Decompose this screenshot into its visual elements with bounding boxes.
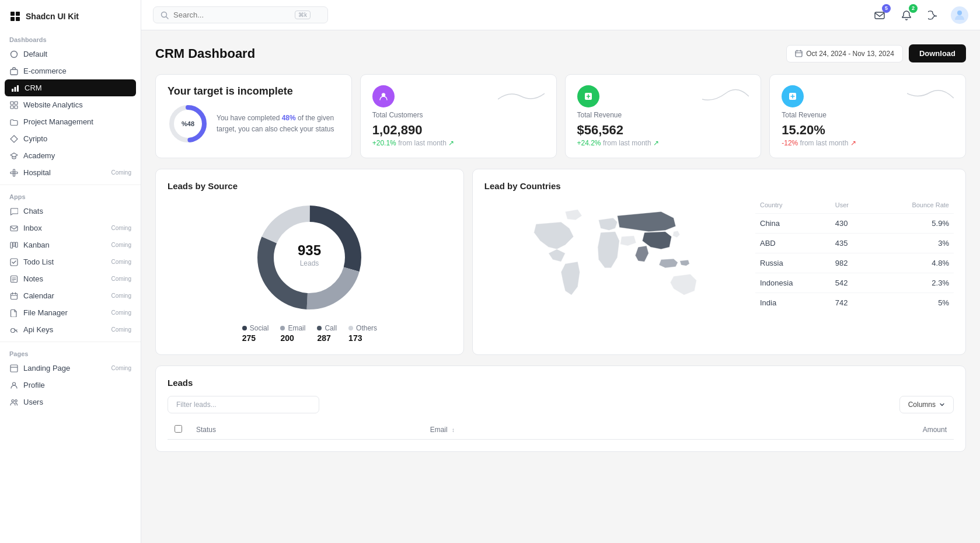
country-row-abd: ABD4353% (755, 234, 954, 253)
revenue-change: +24.2% from last month ↗ (577, 139, 749, 147)
shop-icon (9, 67, 18, 75)
svg-point-26 (12, 399, 14, 402)
target-body: %48 You have completed 48% of the given … (168, 103, 340, 144)
svg-rect-7 (14, 87, 16, 92)
circle-icon (9, 50, 18, 58)
target-description: You have completed 48% of the given targ… (217, 113, 340, 135)
sidebar-label-todo: Todo List (23, 257, 54, 266)
sidebar-label-hospital: Hospital (23, 168, 51, 177)
page-title: CRM Dashboard (155, 46, 255, 61)
col-amount: Amount (690, 420, 954, 440)
revenue2-icon (782, 85, 804, 107)
world-map (484, 199, 746, 361)
customers-label: Total Customers (372, 111, 545, 119)
col-email[interactable]: Email ↕ (423, 420, 690, 440)
svg-rect-29 (875, 12, 884, 19)
sidebar-item-website-analytics[interactable]: Website Analytics (0, 96, 141, 113)
filter-leads-input[interactable]: Filter leads... (168, 396, 319, 413)
svg-point-25 (12, 382, 15, 385)
customers-value: 1,02,890 (372, 123, 545, 138)
country-row-indonesia: Indonesia5422.3% (755, 273, 954, 293)
filter-leads-placeholder: Filter leads... (176, 401, 217, 409)
section-pages: Pages (0, 346, 141, 360)
svg-rect-20 (11, 259, 18, 266)
todo-coming-badge: Coming (111, 259, 131, 265)
revenue2-change: -12% from last month ↗ (782, 139, 954, 147)
note-icon (9, 274, 18, 283)
calendar-icon (795, 50, 803, 57)
leads-table-wrap: Status Email ↕ Amount (168, 420, 954, 440)
page-header: CRM Dashboard Oct 24, 2024 - Nov 13, 202… (155, 44, 966, 62)
main-content: ⌘k 5 2 CRM Dashboard (141, 0, 980, 543)
leads-title: Leads (168, 378, 193, 388)
file-icon (9, 308, 18, 317)
legend-email: Email 200 (280, 324, 305, 343)
app-name: Shadcn UI Kit (26, 12, 79, 21)
cal-icon (9, 291, 18, 300)
target-donut: %48 (168, 103, 208, 144)
sidebar-label-chats: Chats (23, 207, 43, 215)
app-logo: Shadcn UI Kit (0, 8, 141, 32)
sidebar-item-academy[interactable]: Academy (0, 147, 141, 164)
country-row-china: China4305.9% (755, 214, 954, 234)
download-button[interactable]: Download (909, 44, 966, 62)
svg-rect-11 (11, 106, 13, 109)
svg-rect-10 (15, 102, 18, 105)
section-apps: Apps (0, 189, 141, 203)
svg-rect-3 (16, 17, 20, 21)
sidebar-label-crm: CRM (25, 83, 42, 92)
columns-button[interactable]: Columns (899, 396, 954, 413)
leads-source-title: Leads by Source (168, 181, 452, 191)
sidebar-item-cyripto[interactable]: Cyripto (0, 130, 141, 147)
sidebar-item-inbox[interactable]: Inbox Coming (0, 220, 141, 236)
landing-icon (9, 364, 18, 373)
divider-1 (0, 185, 141, 185)
sidebar-item-kanban[interactable]: Kanban Coming (0, 236, 141, 253)
mail-badge: 5 (882, 4, 891, 13)
cross-icon (9, 168, 18, 177)
leads-header: Leads (168, 378, 954, 388)
stat-card-revenue2: Total Revenue 15.20% -12% from last mont… (769, 74, 966, 158)
revenue-mini-chart (702, 88, 749, 105)
search-input[interactable] (173, 11, 290, 19)
inbox-coming-badge: Coming (111, 225, 131, 231)
sidebar-item-crm[interactable]: CRM (5, 79, 136, 96)
topbar-actions: 5 2 (870, 6, 968, 25)
alerts-button[interactable]: 2 (897, 6, 916, 25)
avatar-image (953, 8, 967, 22)
sidebar-label-api-keys: Api Keys (23, 325, 53, 334)
map-table-wrap: Country User Bounce Rate China4305.9% (484, 199, 954, 361)
stat-card-customers: Total Customers 1,02,890 +20.1% from las… (360, 74, 557, 158)
theme-toggle-button[interactable] (924, 6, 943, 25)
svg-rect-22 (11, 293, 17, 299)
svg-text:%48: %48 (182, 120, 194, 127)
user-avatar[interactable] (951, 6, 968, 24)
legend-call: Call 287 (317, 324, 337, 343)
sidebar-item-file-manager[interactable]: File Manager Coming (0, 304, 141, 321)
sidebar-item-todo[interactable]: Todo List Coming (0, 253, 141, 270)
search-box[interactable]: ⌘k (153, 6, 328, 23)
notes-coming-badge: Coming (111, 276, 131, 282)
sidebar-item-calendar[interactable]: Calendar Coming (0, 287, 141, 304)
sidebar-item-default[interactable]: Default (0, 46, 141, 62)
svg-rect-19 (15, 242, 18, 248)
sidebar-item-project-management[interactable]: Project Management (0, 113, 141, 130)
sidebar-item-profile[interactable]: Profile (0, 377, 141, 394)
sidebar-item-hospital[interactable]: Hospital Coming (0, 164, 141, 181)
date-range-button[interactable]: Oct 24, 2024 - Nov 13, 2024 (786, 45, 903, 62)
country-row-russia: Russia9824.8% (755, 253, 954, 273)
svg-rect-6 (12, 89, 13, 92)
sidebar-item-api-keys[interactable]: Api Keys Coming (0, 321, 141, 338)
sidebar-item-landing-page[interactable]: Landing Page Coming (0, 360, 141, 377)
select-all-checkbox[interactable] (175, 425, 182, 433)
svg-rect-9 (11, 102, 13, 105)
sidebar-item-ecommerce[interactable]: E-commerce (0, 62, 141, 79)
notifications-button[interactable]: 5 (870, 6, 889, 25)
col-checkbox (168, 420, 189, 440)
kanban-icon (9, 241, 18, 249)
sidebar-item-notes[interactable]: Notes Coming (0, 270, 141, 287)
sidebar-item-chats[interactable]: Chats (0, 203, 141, 220)
sidebar-item-users[interactable]: Users (0, 394, 141, 410)
topbar: ⌘k 5 2 (141, 0, 980, 30)
bar-icon (11, 83, 19, 92)
